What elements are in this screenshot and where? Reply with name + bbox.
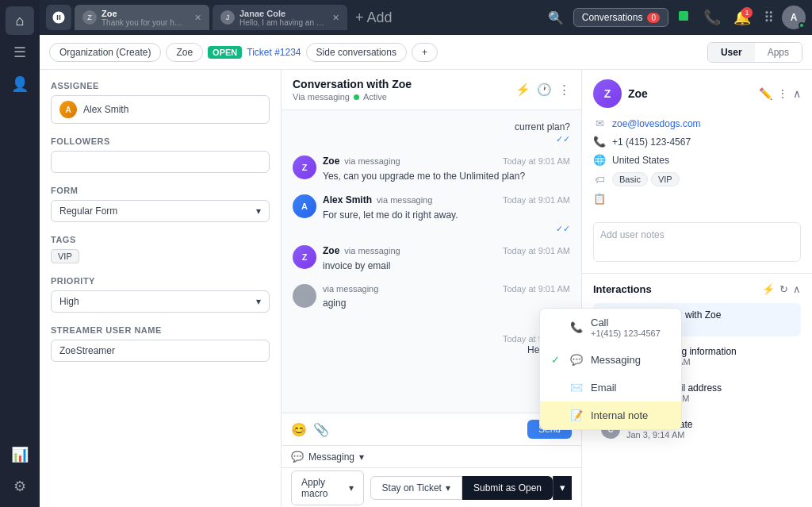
- compose-mode-selector[interactable]: 💬 Messaging ▾: [282, 445, 581, 467]
- message-row: Z Zoe via messaging Today at 9:01 AM inv…: [293, 245, 570, 273]
- edit-icon[interactable]: ✏️: [759, 87, 772, 100]
- tab-zoe-close[interactable]: ✕: [194, 13, 201, 23]
- nav-icon-contacts[interactable]: 👤: [6, 70, 34, 98]
- zoe-breadcrumb[interactable]: Zoe: [166, 43, 203, 62]
- add-side-conv-button[interactable]: +: [412, 43, 438, 62]
- collapse-icon[interactable]: ∧: [793, 87, 801, 100]
- streamer-value[interactable]: ZoeStreamer: [51, 340, 270, 362]
- side-conversations-button[interactable]: Side conversations: [306, 43, 407, 62]
- message-text: Help Alex!: [293, 344, 570, 355]
- nav-icon-home[interactable]: ⌂: [6, 6, 34, 35]
- message-via: via messaging: [323, 284, 378, 294]
- message-via: via messaging: [377, 195, 432, 205]
- message-text: invoice by email: [323, 259, 570, 273]
- conversations-button[interactable]: Conversations 0: [573, 8, 668, 27]
- email-label: Email: [591, 382, 617, 394]
- message-content: Zoe via messaging Today at 9:01 AM Yes, …: [323, 156, 570, 183]
- search-button[interactable]: 🔍: [542, 7, 570, 29]
- assignee-name: Alex Smith: [83, 104, 128, 115]
- active-status-dot: [354, 94, 359, 100]
- apps-grid-icon[interactable]: ⠿: [759, 6, 779, 29]
- attachment-icon[interactable]: 📎: [313, 422, 329, 437]
- tab-zoe[interactable]: Z Zoe Thank you for your hel... ✕: [75, 5, 209, 30]
- status-icon[interactable]: [672, 6, 695, 30]
- conversations-badge: 0: [647, 13, 660, 23]
- contact-info: ✉ zoe@lovesdogs.com 📞 +1 (415) 123-4567 …: [582, 117, 812, 219]
- dropdown-item-messaging[interactable]: ✓ 💬 Messaging: [540, 346, 681, 374]
- notifications-icon[interactable]: 🔔 1: [729, 6, 756, 29]
- user-menu[interactable]: A: [782, 6, 806, 29]
- tag-vip[interactable]: VIP: [51, 249, 79, 263]
- svg-rect-0: [679, 11, 688, 21]
- submit-as-open-button[interactable]: Submit as Open: [462, 476, 553, 500]
- user-toggle-button[interactable]: User: [708, 43, 755, 62]
- interactions-refresh-icon[interactable]: ↻: [779, 283, 788, 295]
- dropdown-item-email[interactable]: ✉️ Email: [540, 374, 681, 401]
- more-options-icon[interactable]: ⋮: [558, 83, 570, 97]
- tab-janae-close[interactable]: ✕: [332, 13, 339, 23]
- history-icon[interactable]: 🕐: [537, 83, 552, 97]
- form-selector[interactable]: Regular Form ▾: [51, 200, 270, 222]
- check-icon: ✓: [551, 354, 562, 366]
- followers-input[interactable]: [51, 151, 270, 173]
- priority-selector[interactable]: High ▾: [51, 290, 270, 313]
- phone-row: 📞 +1 (415) 123-4567: [593, 136, 801, 148]
- apply-macro-label: Apply macro: [301, 477, 349, 499]
- add-tab-button[interactable]: + Add: [350, 10, 397, 26]
- tab-janae-subtitle: Hello, I am having an is...: [239, 18, 324, 27]
- app-logo: [46, 5, 71, 30]
- org-button[interactable]: Organization (Create): [49, 43, 161, 62]
- dropdown-item-internal-note[interactable]: 📝 Internal note: [540, 401, 681, 429]
- message-text: For sure, let me do it right away.: [323, 208, 570, 222]
- message-time: Today at 9:01 AM: [503, 246, 570, 255]
- emoji-icon[interactable]: 😊: [291, 422, 307, 437]
- alex-avatar: A: [293, 194, 316, 218]
- user-notes-input[interactable]: Add user notes: [593, 222, 801, 262]
- form-label: Form: [51, 186, 270, 195]
- messaging-icon: 💬: [570, 354, 583, 366]
- ticket-link[interactable]: Ticket #1234: [247, 47, 301, 58]
- more-icon[interactable]: ⋮: [777, 87, 788, 100]
- priority-label: Priority: [51, 276, 270, 286]
- message-check: ✓✓: [293, 134, 570, 144]
- interactions-filter-icon[interactable]: ⚡: [762, 283, 775, 295]
- nav-icon-tickets[interactable]: ☰: [6, 38, 34, 67]
- call-label: Call: [591, 317, 661, 328]
- message-sender: Zoe: [323, 245, 339, 256]
- stay-on-ticket-button[interactable]: Stay on Ticket ▾: [370, 476, 462, 500]
- internal-note-label: Internal note: [591, 409, 648, 421]
- filter-icon[interactable]: ⚡: [515, 83, 530, 97]
- compose-area: 😊 📎 Send 💬 Messaging ▾: [282, 413, 581, 467]
- tab-janae[interactable]: J Janae Cole Hello, I am having an is...…: [213, 5, 347, 30]
- message-header: Zoe via messaging Today at 9:01 AM: [323, 156, 570, 167]
- phone-field-icon: 📞: [593, 136, 606, 148]
- streamer-section: Streamer user name ZoeStreamer: [51, 325, 270, 362]
- nav-icon-settings[interactable]: ⚙: [6, 472, 34, 501]
- tab-zoe-avatar: Z: [82, 10, 97, 25]
- assignee-selector[interactable]: A Alex Smith: [51, 95, 270, 124]
- streamer-label: Streamer user name: [51, 325, 270, 335]
- country-row: 🌐 United States: [593, 154, 801, 166]
- message-time: Today at 9:01 AM: [503, 284, 570, 294]
- apply-macro-selector[interactable]: Apply macro ▾: [291, 471, 364, 505]
- apps-toggle-button[interactable]: Apps: [755, 43, 802, 62]
- messaging-label: Messaging: [591, 354, 641, 366]
- user-apps-toggle: User Apps: [707, 42, 802, 63]
- dropdown-item-call[interactable]: 📞 Call +1(415) 123-4567: [540, 309, 681, 346]
- message-sender: Zoe: [323, 156, 339, 167]
- message-via: via messaging: [344, 246, 400, 255]
- open-badge: OPEN: [208, 46, 242, 59]
- phone-icon[interactable]: 📞: [699, 6, 726, 29]
- notes-icon-row: 📋: [593, 193, 801, 205]
- tags-row: 🏷 Basic VIP: [593, 172, 801, 186]
- call-icon: 📞: [570, 321, 583, 333]
- notes-placeholder: Add user notes: [600, 229, 665, 240]
- nav-icon-reports[interactable]: 📊: [6, 440, 34, 469]
- messages-area: current plan? ✓✓ Z Zoe via messaging Tod…: [282, 110, 581, 413]
- interactions-collapse-icon[interactable]: ∧: [793, 283, 801, 295]
- zoe-avatar: Z: [293, 245, 316, 269]
- submit-caret-button[interactable]: ▾: [553, 476, 572, 500]
- interactions-title: Interactions: [593, 283, 757, 295]
- conversation-header: Conversation with Zoe Via messaging Acti…: [282, 70, 581, 110]
- message-content: Alex Smith via messaging Today at 9:01 A…: [323, 194, 570, 234]
